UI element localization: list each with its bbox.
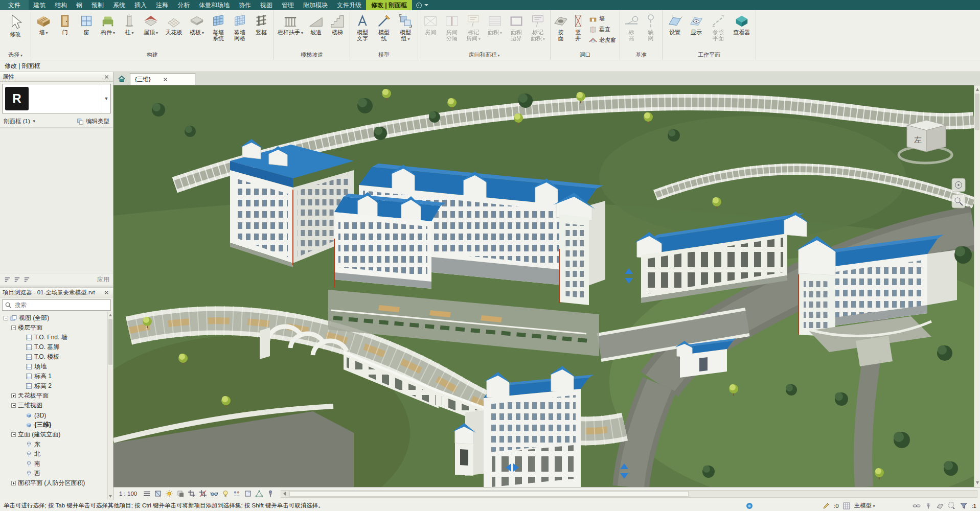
design-options-icon[interactable] [842,502,851,510]
tree-item-plan[interactable]: T.O. Fnd. 墙 [0,333,113,342]
tab-file[interactable]: 文件 [0,0,29,10]
wall-opening-button[interactable]: 墙 [587,13,618,24]
vertical-scrollbar[interactable] [974,85,980,487]
browser-search-input[interactable] [2,299,111,311]
tab-systems[interactable]: 系统 [108,0,130,10]
detail-level-icon[interactable] [142,489,151,499]
temporary-view-properties-icon[interactable] [243,489,253,499]
ramp-button[interactable]: 坡道 [305,11,327,51]
tab-insert[interactable]: 插入 [130,0,151,10]
tree-item-plan[interactable]: T.O. 基脚 [0,342,113,352]
tab-modify-sectionbox[interactable]: 修改 | 剖面框 [366,0,412,10]
vertical-scroll-thumb[interactable] [975,94,979,130]
tree-item-elevation[interactable]: 西 [0,469,113,478]
tree-item-elevation[interactable]: 北 [0,449,113,459]
scroll-up-icon[interactable] [976,88,979,91]
opening-by-face-button[interactable]: 按 面 [552,11,569,51]
curtain-grid-button[interactable]: 幕墙 网格 [229,11,250,51]
tree-item-elevation[interactable]: 南 [0,459,113,469]
tree-item-elevation[interactable]: 东 [0,439,113,449]
model-line-button[interactable]: 模型 线 [373,11,395,51]
tab-precast[interactable]: 预制 [87,0,108,10]
ribbon-collapse-caret-icon[interactable] [424,4,428,6]
properties-close-icon[interactable] [103,73,110,81]
floor-button[interactable]: 楼板 [186,11,208,51]
wall-button[interactable]: 墙 [33,11,54,51]
expander-icon[interactable] [4,316,8,320]
horizontal-scrollbar[interactable] [281,490,977,498]
expander-icon[interactable] [11,393,16,398]
tab-view[interactable]: 视图 [256,0,277,10]
communicator-icon[interactable] [745,502,754,510]
analytical-model-icon[interactable] [254,489,264,499]
main-model-dropdown[interactable]: 主模型 [854,502,875,509]
project-browser-close-icon[interactable] [103,289,110,296]
roof-button[interactable]: 屋顶 [140,11,162,51]
tree-item-plan[interactable]: T.O. 楼板 [0,352,113,362]
tree-item-elevations[interactable]: 立面 (建筑立面) [0,430,113,439]
window-button[interactable]: 窗 [76,11,97,51]
editing-requests-icon[interactable] [822,502,830,510]
vertical-opening-button[interactable]: 垂直 [587,24,618,35]
view-tab-3d[interactable]: {三维} [130,73,195,85]
select-links-icon[interactable] [913,502,921,510]
ribbon-options-icon[interactable] [416,3,422,8]
shadows-icon[interactable] [175,489,185,499]
tree-item-ceiling-plans[interactable]: 天花板平面 [0,391,113,401]
stair-button[interactable]: 楼梯 [327,11,348,51]
select-pinned-icon[interactable] [924,502,932,510]
tree-item-views-root[interactable]: 视图 (全部) [0,313,113,323]
temporary-hide-isolate-icon[interactable] [209,489,219,499]
model-group-button[interactable]: 模型 组 [395,11,416,51]
reveal-constraints-icon[interactable] [265,489,275,499]
home-icon[interactable] [115,73,128,84]
tree-scrollbar[interactable] [107,312,113,500]
tree-item-plan[interactable]: 场地 [0,362,113,371]
tree-item-3d-views[interactable]: 三维视图 [0,401,113,410]
column-button[interactable]: 柱 [119,11,140,51]
panel-label-room-area[interactable]: 房间和面积 [418,51,550,60]
show-crop-region-icon[interactable] [198,489,208,499]
modify-button[interactable]: 修改 [2,11,29,51]
viewport-3d-scene[interactable]: 左 [113,85,974,487]
expander-icon[interactable] [11,432,16,437]
sort-descending-icon[interactable] [23,276,31,284]
tab-manage[interactable]: 管理 [277,0,299,10]
tab-massing-site[interactable]: 体量和场地 [194,0,234,10]
tree-item-floor-plans[interactable]: 楼层平面 [0,323,113,333]
edit-type-button[interactable]: 编辑类型 [77,118,109,125]
set-workplane-button[interactable]: 设置 [664,11,686,51]
tab-structure[interactable]: 结构 [50,0,72,10]
tab-architecture[interactable]: 建筑 [29,0,50,10]
dormer-opening-button[interactable]: 老虎窗 [587,35,618,45]
close-view-icon[interactable] [163,77,168,82]
tree-item-plan[interactable]: 标高 2 [0,381,113,391]
tab-analyze[interactable]: 分析 [173,0,194,10]
tab-annotate[interactable]: 注释 [151,0,173,10]
ceiling-button[interactable]: 天花板 [162,11,186,51]
door-button[interactable]: 门 [54,11,76,51]
filter-icon[interactable] [960,502,968,510]
reveal-hidden-elements-icon[interactable] [220,489,230,499]
expander-icon[interactable] [11,481,16,485]
expander-icon[interactable] [11,403,16,408]
zoom-tool-icon[interactable] [952,195,965,208]
panel-label-select[interactable]: 选择 [0,51,31,60]
sort-ascending-icon[interactable] [13,276,21,284]
crop-view-icon[interactable] [187,489,196,499]
type-selector[interactable]: R ▼ [2,84,111,113]
tab-steel[interactable]: 钢 [72,0,87,10]
horizontal-scroll-thumb[interactable] [289,491,689,497]
railing-button[interactable]: 栏杆扶手 [276,11,305,51]
tab-collaborate[interactable]: 协作 [234,0,256,10]
type-selector-caret-icon[interactable]: ▼ [102,84,110,113]
tree-item-3d-active[interactable]: {三维} [0,420,113,430]
apply-button[interactable]: 应用 [97,275,109,284]
shaft-button[interactable]: 竖 井 [569,11,587,51]
scroll-down-icon[interactable] [976,481,979,484]
scroll-left-icon[interactable] [281,490,288,498]
visual-style-icon[interactable] [153,489,163,499]
selection-filter-caret-icon[interactable]: ▼ [32,119,36,124]
tab-file-upgrade[interactable]: 文件升级 [332,0,366,10]
show-workplane-button[interactable]: 显示 [686,11,707,51]
